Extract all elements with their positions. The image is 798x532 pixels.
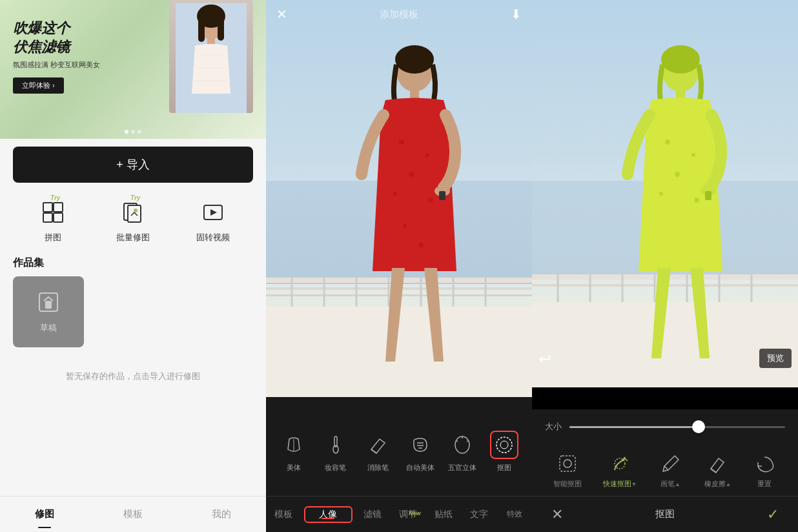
draft-label: 草稿 — [40, 322, 57, 334]
svg-point-37 — [425, 153, 429, 157]
quick-matting-label: 快速抠图▼ — [603, 479, 637, 489]
nav-text[interactable]: 文字 — [461, 509, 496, 520]
tool-item-auto-beauty[interactable]: 自动美体 — [406, 431, 435, 473]
right-tool-reset[interactable]: 重置 — [752, 451, 777, 489]
svg-marker-17 — [210, 209, 217, 216]
banner-dots — [125, 130, 141, 134]
svg-rect-3 — [198, 16, 205, 42]
collage-icon — [37, 197, 68, 228]
slider-thumb[interactable] — [692, 420, 705, 433]
svg-point-72 — [691, 153, 695, 157]
smart-matting-icon — [555, 451, 580, 476]
quick-matting-icon — [608, 451, 632, 476]
svg-line-81 — [711, 469, 716, 473]
svg-rect-44 — [439, 191, 445, 200]
size-slider-track[interactable] — [569, 426, 785, 428]
svg-point-74 — [659, 192, 663, 196]
svg-rect-9 — [43, 203, 52, 212]
middle-photo-bg — [266, 0, 532, 397]
beauty-tool-icon — [280, 431, 308, 459]
cancel-button[interactable]: ✕ — [551, 506, 563, 523]
close-icon[interactable]: ✕ — [276, 6, 287, 22]
quick-action-batch[interactable]: Try 批量修图 — [93, 197, 173, 243]
svg-rect-4 — [218, 16, 224, 41]
right-photo-bg: ↩ 预览 — [532, 0, 798, 387]
right-eraser-icon — [705, 451, 730, 476]
tool-item-beauty[interactable]: 美体 — [280, 431, 308, 473]
svg-point-54 — [496, 437, 512, 453]
eraser-label: 橡皮擦▲ — [704, 479, 732, 489]
brush-label: 画笔▲ — [660, 479, 680, 489]
svg-line-48 — [371, 449, 376, 453]
makeup-tool-label: 妆容笔 — [325, 463, 346, 473]
confirm-button[interactable]: ✓ — [767, 506, 779, 523]
banner: 🔍 聚室滤镜 吹爆这个 伏焦滤镜 氛围感拉满 秒变互联网美女 立即体验 › — [0, 0, 266, 139]
svg-rect-14 — [128, 205, 141, 222]
tab-mine[interactable]: 我的 — [178, 496, 266, 532]
matting-tool-label: 抠图 — [497, 463, 511, 473]
right-tool-smart-matting[interactable]: 智能抠图 — [553, 451, 582, 489]
nav-template[interactable]: 模板 — [266, 509, 302, 520]
tab-edit[interactable]: 修图 — [0, 496, 88, 532]
banner-title-line1: 吹爆这个 伏焦滤镜 — [13, 19, 100, 56]
nav-adjust[interactable]: New 调节 — [391, 509, 426, 520]
undo-button[interactable]: ↩ — [538, 350, 551, 368]
tool-item-facial[interactable]: 五官立体 — [448, 431, 476, 473]
tool-item-makeup[interactable]: 妆容笔 — [322, 431, 350, 473]
size-slider-area: 大小 — [532, 409, 798, 444]
size-label: 大小 — [545, 421, 562, 433]
svg-point-41 — [403, 224, 407, 228]
right-panel: ↩ 预览 大小 智能抠图 — [532, 0, 798, 532]
auto-beauty-tool-label: 自动美体 — [406, 463, 435, 473]
nav-filter[interactable]: 滤镜 — [355, 509, 391, 520]
reset-icon — [752, 451, 777, 476]
bottom-tabs: 修图 模板 我的 — [0, 496, 266, 532]
eraser-tool-label: 消除笔 — [367, 463, 389, 473]
matting-tool-icon — [490, 431, 518, 459]
middle-top-bar-title: 添加模板 — [380, 8, 418, 21]
draft-item[interactable]: 草稿 — [13, 276, 84, 347]
tool-item-matting[interactable]: 抠图 — [490, 431, 518, 473]
right-tool-brush[interactable]: 画笔▲ — [659, 451, 683, 489]
right-bottom-bar: ✕ 抠图 ✓ — [532, 496, 798, 532]
tab-template[interactable]: 模板 — [88, 496, 177, 532]
new-badge: New — [409, 510, 421, 517]
svg-rect-12 — [54, 213, 63, 222]
works-title: 作品集 — [13, 256, 253, 270]
right-photo-svg — [532, 0, 798, 387]
banner-text-block: 吹爆这个 伏焦滤镜 氛围感拉满 秒变互联网美女 立即体验 › — [13, 19, 100, 94]
svg-rect-78 — [560, 456, 575, 471]
svg-point-36 — [399, 139, 404, 145]
quick-action-collage[interactable]: Try 拼图 — [13, 197, 93, 243]
right-tool-eraser[interactable]: 橡皮擦▲ — [704, 451, 732, 489]
svg-point-42 — [418, 243, 424, 248]
beauty-tool-label: 美体 — [287, 463, 301, 473]
right-tool-quick-matting[interactable]: 快速抠图▼ — [603, 451, 637, 489]
try-badge-batch: Try — [130, 194, 140, 201]
svg-point-34 — [395, 45, 434, 74]
banner-subtitle: 氛围感拉满 秒变互联网美女 — [13, 60, 100, 70]
left-panel: 🔍 聚室滤镜 吹爆这个 伏焦滤镜 氛围感拉满 秒变互联网美女 立即体验 › — [0, 0, 266, 532]
middle-top-bar: ✕ 添加模板 ⬇ — [266, 0, 532, 28]
collage-label: 拼图 — [45, 232, 61, 243]
svg-point-79 — [564, 460, 571, 467]
video-label: 固转视频 — [196, 232, 230, 243]
video-icon — [198, 197, 229, 228]
reset-label: 重置 — [757, 479, 772, 489]
nav-special[interactable]: 特效 — [496, 509, 532, 520]
facial-tool-label: 五官立体 — [448, 463, 476, 473]
banner-cta-button[interactable]: 立即体验 › — [13, 77, 64, 94]
middle-panel: ✕ 添加模板 ⬇ — [266, 0, 532, 532]
svg-point-55 — [500, 441, 508, 449]
preview-button[interactable]: 预览 — [759, 349, 792, 368]
eraser-tool-icon — [363, 431, 392, 459]
brush-icon — [659, 451, 683, 476]
auto-beauty-tool-icon — [406, 431, 435, 459]
nav-sticker[interactable]: 贴纸 — [425, 509, 461, 520]
download-icon[interactable]: ⬇ — [511, 6, 522, 22]
import-button[interactable]: + 导入 — [13, 147, 253, 183]
svg-rect-10 — [54, 203, 63, 212]
nav-portrait[interactable]: 人像 — [304, 506, 353, 523]
tool-item-eraser[interactable]: 消除笔 — [363, 431, 392, 473]
quick-action-video[interactable]: 固转视频 — [173, 197, 253, 243]
